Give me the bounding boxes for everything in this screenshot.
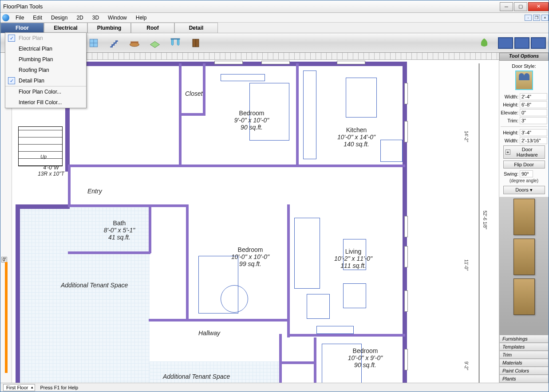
- menu-item-detail[interactable]: ✓Detail Plan: [5, 75, 86, 86]
- wall-int-h1: [68, 165, 405, 167]
- library-door-2[interactable]: [513, 239, 535, 275]
- menu-file[interactable]: File: [11, 13, 28, 22]
- input-width[interactable]: 2'-4": [520, 93, 547, 100]
- window-r-3: [404, 216, 408, 237]
- doors-dropdown-button[interactable]: Doors ▾: [503, 186, 545, 194]
- cat-plants[interactable]: Plants: [499, 375, 549, 383]
- window-r-4: [404, 246, 408, 267]
- door-library: [499, 197, 549, 335]
- cat-materials[interactable]: Materials: [499, 359, 549, 367]
- wall-int-bed2-r: [287, 204, 290, 337]
- wall-int-h2: [68, 204, 189, 207]
- label-bath: Bath8'-0" x 5'-1"41 sq.ft.: [93, 220, 146, 241]
- library-door-1[interactable]: [513, 199, 535, 235]
- ruler-extent-indicator: [5, 262, 8, 373]
- tab-roof[interactable]: Roof: [131, 23, 174, 33]
- label-tenant2: Additional Tenant Space: [163, 373, 230, 380]
- label-elevate: Elevate:: [501, 110, 518, 115]
- tool-deck-icon[interactable]: [126, 35, 142, 51]
- window-r-5: [404, 290, 408, 312]
- input-trim[interactable]: 3": [520, 117, 547, 124]
- flip-door-button[interactable]: Flip Door: [503, 161, 545, 169]
- menu-window[interactable]: Window: [103, 13, 131, 22]
- mdi-close-button[interactable]: ×: [541, 15, 549, 21]
- dim-total-h: 52'-6 1/8": [482, 211, 487, 229]
- mdi-restore-button[interactable]: ❐: [533, 15, 540, 21]
- wall-int-closet2-l: [279, 334, 282, 383]
- view-thumb-2[interactable]: [514, 37, 529, 49]
- menu-item-floorplan[interactable]: ✓Floor Plan: [5, 33, 86, 43]
- menu-item-intcolor[interactable]: Interior Fill Color...: [5, 97, 86, 108]
- input-width2[interactable]: 2'-13/16": [520, 137, 547, 144]
- maximize-button[interactable]: ▢: [514, 2, 527, 11]
- minimize-button[interactable]: ─: [500, 2, 513, 11]
- statusbar: First Floor Press F1 for Help: [0, 383, 549, 392]
- wall-int-closet2-r: [314, 337, 316, 383]
- close-button[interactable]: ✕: [528, 2, 549, 11]
- tab-floor[interactable]: Floor: [0, 23, 44, 33]
- mdi-minimize-button[interactable]: -: [525, 15, 532, 21]
- floorplan-canvas[interactable]: Closet Bedroom9'-0" x 10'-0"90 sq.ft. Ki…: [12, 60, 499, 383]
- label-stairs-dir: Up: [40, 154, 47, 159]
- tool-curtain-icon[interactable]: [167, 35, 183, 51]
- panel-header: Tool Options: [499, 53, 549, 61]
- input-swing[interactable]: 90°: [520, 170, 533, 177]
- cat-paint[interactable]: Paint Colors: [499, 367, 549, 375]
- app-globe-icon[interactable]: [2, 14, 9, 21]
- label-bedroom3: Bedroom10'-0" x 9'-0"90 sq.ft.: [334, 347, 396, 368]
- menu-edit[interactable]: Edit: [28, 13, 47, 22]
- menu-item-electrical[interactable]: Electrical Plan: [5, 43, 86, 54]
- door-hardware-button[interactable]: +Door Hardware: [503, 145, 545, 159]
- furniture-desk: [221, 74, 265, 81]
- wall-int-bath-b: [68, 251, 150, 254]
- input-height2[interactable]: 3'-4": [520, 129, 547, 136]
- menu-2d[interactable]: 2D: [72, 13, 87, 22]
- menu-item-roofing[interactable]: Roofing Plan: [5, 65, 86, 75]
- titlebar: FloorPlan Tools ─ ▢ ✕: [0, 0, 549, 13]
- wall-int-hall-l: [186, 204, 189, 321]
- furniture-rug: [221, 285, 248, 313]
- input-height[interactable]: 6'-8": [520, 101, 547, 108]
- wall-int-bed-kitch: [296, 63, 299, 166]
- svg-point-5: [130, 43, 139, 47]
- wall-int-hall-top: [149, 319, 188, 321]
- menu-item-plumbing[interactable]: Plumbing Plan: [5, 54, 86, 65]
- tool-window-icon[interactable]: [86, 35, 102, 51]
- label-trim: Trim:: [501, 118, 518, 123]
- menu-design[interactable]: Design: [47, 13, 72, 22]
- tab-detail[interactable]: Detail: [174, 23, 218, 33]
- wall-mid-left: [16, 204, 70, 209]
- furniture-sofa: [294, 218, 320, 289]
- door-style-preview-icon[interactable]: [515, 71, 533, 90]
- tool-floor-icon[interactable]: [147, 35, 163, 51]
- cat-trim[interactable]: Trim: [499, 351, 549, 359]
- dim-seg3: 9'-2": [464, 361, 469, 370]
- swing-note: (degree angle): [510, 178, 538, 183]
- cat-templates[interactable]: Templates: [499, 343, 549, 351]
- wall-int-closet-r: [203, 63, 205, 116]
- furniture-table: [346, 78, 377, 118]
- wall-int-closet-b: [179, 113, 205, 116]
- cat-furnishings[interactable]: Furnishings: [499, 335, 549, 343]
- view-thumb-3[interactable]: [531, 37, 546, 49]
- tab-electrical[interactable]: Electrical: [44, 23, 87, 33]
- label-width2: Width:: [501, 138, 518, 143]
- label-closet: Closet: [185, 90, 203, 97]
- menubar: File Edit Design 2D 3D Window Help - ❐ ×: [0, 13, 549, 23]
- menu-help[interactable]: Help: [131, 13, 151, 22]
- tool-eco-icon[interactable]: [476, 35, 492, 51]
- tool-cabinet-icon[interactable]: [188, 35, 204, 51]
- window-r-1: [404, 83, 408, 104]
- tab-plumbing[interactable]: Plumbing: [87, 23, 131, 33]
- floor-selector[interactable]: First Floor: [3, 384, 35, 391]
- floor-menu-dropdown: ✓Floor Plan Electrical Plan Plumbing Pla…: [5, 32, 87, 108]
- view-thumb-1[interactable]: [498, 37, 513, 49]
- tool-stairs-icon[interactable]: [106, 35, 122, 51]
- window-r-6: [404, 349, 408, 370]
- menu-3d[interactable]: 3D: [88, 13, 103, 22]
- library-door-3[interactable]: [513, 278, 535, 315]
- label-hallway: Hallway: [198, 329, 220, 337]
- panel-doorstyle-label: Door Style:: [512, 63, 536, 69]
- menu-item-fpcolor[interactable]: Floor Plan Color...: [5, 86, 86, 97]
- input-elevate[interactable]: 0": [520, 109, 547, 116]
